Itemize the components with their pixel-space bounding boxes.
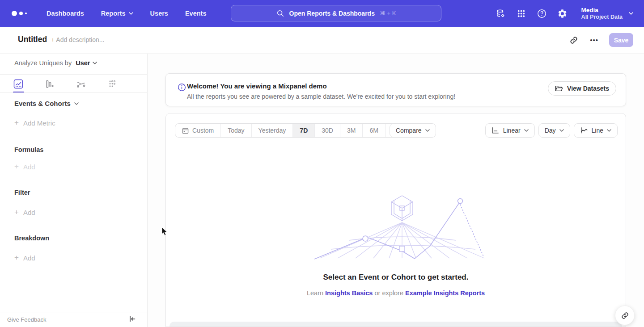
view-datasets-button[interactable]: View Datasets	[548, 81, 616, 96]
add-formula-label: Add	[23, 163, 35, 171]
global-search-button[interactable]: Open Reports & Dashboards ⌘ + K	[231, 5, 441, 21]
give-feedback-link[interactable]: Give Feedback	[7, 316, 46, 323]
empty-state-title: Select an Event or Cohort to get started…	[166, 273, 626, 282]
project-switcher[interactable]: Media All Project Data	[581, 6, 633, 21]
range-6m[interactable]: 6M	[363, 124, 385, 137]
folder-icon	[555, 85, 563, 92]
search-shortcut: ⌘ + K	[380, 10, 396, 17]
query-builder-sidebar: Analyze Uniques by User	[0, 54, 148, 327]
range-3m[interactable]: 3M	[340, 124, 363, 137]
breakdown-heading: Breakdown	[14, 235, 49, 242]
calendar-icon	[182, 127, 189, 134]
chart-type-tabs	[13, 75, 128, 92]
learn-prefix: Learn	[307, 289, 323, 297]
collapse-sidebar-icon[interactable]	[129, 315, 136, 323]
project-scope: All Project Data	[581, 14, 623, 21]
nav-users[interactable]: Users	[150, 10, 168, 17]
nav-events[interactable]: Events	[185, 10, 207, 17]
interval-selector-button[interactable]: Day	[538, 123, 570, 138]
mixpanel-app: Dashboards Reports Users Events Open Rep…	[0, 0, 644, 327]
tab-insights-line[interactable]	[13, 75, 34, 92]
divider	[0, 92, 148, 93]
settings-gear-icon[interactable]	[557, 8, 568, 19]
chevron-down-icon	[629, 12, 633, 15]
data-management-icon[interactable]	[496, 8, 506, 19]
help-icon[interactable]	[537, 8, 547, 19]
compare-button[interactable]: Compare	[390, 123, 436, 138]
plus-icon: +	[14, 208, 19, 217]
top-nav-bar: Dashboards Reports Users Events Open Rep…	[0, 0, 644, 27]
view-datasets-label: View Datasets	[567, 85, 609, 92]
search-icon	[276, 9, 284, 17]
sidebar-footer: Give Feedback	[0, 313, 148, 327]
plus-icon: +	[14, 253, 19, 262]
apps-grid-icon[interactable]	[516, 8, 526, 19]
tab-flows[interactable]	[76, 75, 97, 92]
scale-label: Linear	[503, 127, 521, 134]
nav-reports[interactable]: Reports	[101, 10, 133, 17]
interval-label: Day	[545, 127, 556, 134]
chart-type-selector-button[interactable]: Line	[574, 123, 618, 138]
analyze-value: User	[76, 59, 90, 67]
report-header: Untitled + Add description... ••• Save	[0, 27, 644, 54]
add-description-field[interactable]: + Add description...	[51, 36, 104, 43]
tab-retention[interactable]	[107, 75, 128, 92]
example-reports-link[interactable]: Example Insights Reports	[405, 289, 485, 297]
chart-type-label: Line	[592, 127, 603, 134]
date-range-selector: Custom Today Yesterday 7D 30D 3M 6M 12M	[175, 123, 411, 138]
next-section-peek	[169, 322, 622, 327]
chevron-down-icon	[93, 62, 97, 64]
middle-text: or explore	[374, 289, 403, 297]
chevron-down-icon	[425, 129, 430, 132]
add-breakdown-label: Add	[23, 254, 35, 262]
nav-reports-label: Reports	[101, 10, 126, 17]
range-custom[interactable]: Custom	[175, 124, 221, 137]
welcome-banner: Welcome! You are viewing a Mixpanel demo…	[165, 73, 626, 106]
chevron-down-icon	[74, 102, 79, 105]
range-30d[interactable]: 30D	[315, 124, 340, 137]
range-7d[interactable]: 7D	[293, 124, 315, 137]
scale-selector-button[interactable]: Linear	[485, 123, 535, 138]
save-button[interactable]: Save	[609, 33, 633, 47]
add-filter-label: Add	[23, 209, 35, 216]
info-icon	[178, 83, 186, 92]
tab-bar-chart[interactable]	[45, 75, 65, 92]
chevron-down-icon	[559, 129, 564, 132]
insights-basics-link[interactable]: Insights Basics	[325, 289, 373, 297]
link-icon	[621, 311, 629, 320]
nav-dashboards[interactable]: Dashboards	[47, 10, 84, 17]
empty-state-links: Learn Insights Basics or explore Example…	[166, 289, 626, 297]
share-link-fab[interactable]	[615, 306, 635, 325]
events-cohorts-section[interactable]: Events & Cohorts	[14, 100, 79, 107]
plus-icon: +	[14, 162, 19, 171]
empty-state-illustration	[306, 183, 485, 261]
analyze-label: Analyze Uniques by	[14, 59, 72, 67]
copy-link-icon[interactable]	[569, 35, 579, 45]
range-custom-label: Custom	[192, 127, 214, 134]
chevron-down-icon	[524, 129, 529, 132]
mixpanel-logo-icon[interactable]	[12, 11, 30, 16]
line-chart-icon	[580, 127, 588, 134]
add-metric-button[interactable]: + Add Metric	[14, 118, 55, 127]
plus-icon: +	[14, 118, 19, 127]
divider	[166, 145, 626, 145]
compare-label: Compare	[396, 127, 422, 134]
filter-heading: Filter	[14, 189, 30, 196]
main-content: Welcome! You are viewing a Mixpanel demo…	[148, 54, 644, 327]
banner-title: Welcome! You are viewing a Mixpanel demo	[187, 82, 327, 90]
chevron-down-icon	[607, 129, 611, 132]
range-yesterday[interactable]: Yesterday	[252, 124, 293, 137]
analyze-uniques-by[interactable]: Analyze Uniques by User	[14, 59, 97, 67]
add-filter-button[interactable]: + Add	[14, 208, 35, 217]
add-formula-button[interactable]: + Add	[14, 162, 35, 171]
events-cohorts-label: Events & Cohorts	[14, 100, 71, 107]
empty-state: Select an Event or Cohort to get started…	[166, 183, 626, 297]
search-label: Open Reports & Dashboards	[289, 10, 375, 17]
more-options-button[interactable]: •••	[590, 36, 598, 44]
project-name: Media	[581, 6, 623, 14]
linear-axis-icon	[491, 127, 500, 134]
report-title[interactable]: Untitled	[18, 35, 47, 44]
add-metric-label: Add Metric	[23, 119, 55, 127]
add-breakdown-button[interactable]: + Add	[14, 253, 35, 262]
range-today[interactable]: Today	[221, 124, 251, 137]
